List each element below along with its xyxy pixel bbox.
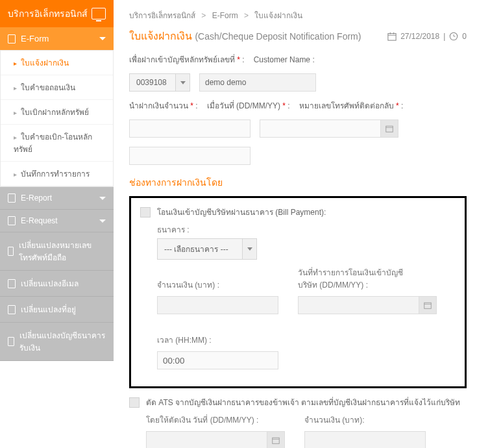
title-sub: (Cash/Cheque Deposit Notification Form) — [195, 31, 361, 42]
phone-input[interactable] — [129, 147, 251, 165]
section-title: ช่องทางการฝากเงินโดย — [129, 175, 467, 190]
menu-ereport[interactable]: E-Report — [0, 187, 114, 210]
phone-icon — [8, 247, 14, 256]
opt2-checkbox[interactable] — [129, 397, 140, 408]
bank-select[interactable]: --- เลือกธนาคาร --- — [157, 238, 257, 260]
menu-item-email-label: เปลี่ยนแปลงอีเมล — [21, 277, 79, 290]
submenu-item-deposit[interactable]: ใบแจ้งฝากเงิน — [1, 51, 113, 75]
report-icon — [8, 193, 16, 203]
menu-item-bank-label: เปลี่ยนแปลงบัญชีธนาคารรับเงิน — [19, 329, 106, 354]
breadcrumb-b[interactable]: E-Form — [212, 11, 238, 20]
monitor-icon — [92, 8, 106, 19]
clock-icon — [449, 32, 458, 41]
opt1-checkbox[interactable] — [140, 207, 151, 218]
opt2-amt-label: จำนวนเงิน (บาท): — [304, 414, 426, 426]
breadcrumb: บริการอิเล็กทรอนิกส์ > E-Form > ใบแจ้งฝา… — [129, 6, 467, 28]
sidebar-header: บริการอิเล็กทรอนิกส์ — [0, 0, 114, 27]
submenu: ใบแจ้งฝากเงิน ใบคำขอถอนเงิน ใบเบิกฝากหลั… — [0, 50, 114, 187]
amount-label: นำฝากเงินจำนวน * : — [129, 99, 198, 112]
menu-item-phone[interactable]: เปลี่ยนแปลงหมายเลขโทรศัพท์มือถือ — [0, 232, 114, 271]
submenu-item-log[interactable]: บันทึกการทำรายการ — [1, 162, 113, 186]
bank-label: ธนาคาร : — [157, 223, 456, 236]
highlighted-option-box: โอนเงินเข้าบัญชีบริษัทผ่านธนาคาร (Bill P… — [129, 196, 467, 388]
hand-icon — [8, 216, 16, 225]
title-main: ใบแจ้งฝากเงิน — [129, 31, 192, 42]
triangle-down-icon — [180, 81, 186, 84]
dropdown-toggle[interactable] — [242, 239, 256, 259]
deposit-date-input[interactable] — [260, 119, 380, 138]
calendar-icon — [272, 436, 280, 444]
opt2-title: ตัด ATS จากบัญชีเงินฝากธนาคารของข้าพเจ้า… — [146, 396, 460, 408]
acct-label: เพื่อฝากเข้าบัญชีหลักทรัพย์เลขที่ * : — [129, 53, 245, 66]
page-title: ใบแจ้งฝากเงิน (Cash/Cheque Deposit Notif… — [129, 28, 361, 44]
bank-value: --- เลือกธนาคาร --- — [158, 239, 242, 259]
deposit-date-picker[interactable] — [380, 119, 398, 138]
submenu-item-withdraw[interactable]: ใบคำขอถอนเงิน — [1, 75, 113, 100]
phone-label: หมายเลขโทรศัพท์ติดต่อกลับ * : — [299, 99, 404, 112]
opt1-txndate-input[interactable] — [298, 296, 419, 314]
opt1-amt-label: จำนวนเงิน (บาท) : — [157, 279, 278, 291]
breadcrumb-c: ใบแจ้งฝากเงิน — [254, 11, 302, 20]
amount-input[interactable] — [129, 119, 251, 138]
breadcrumb-a[interactable]: บริการอิเล็กทรอนิกส์ — [129, 11, 195, 20]
menu-erequest[interactable]: E-Request — [0, 210, 114, 232]
menu-erequest-label: E-Request — [21, 216, 58, 225]
opt1-time-label: เวลา (HH:MM) : — [157, 334, 278, 346]
opt1-time-input[interactable] — [157, 351, 278, 369]
dropdown-toggle[interactable] — [175, 74, 190, 91]
chevron-down-icon — [99, 37, 106, 40]
opt2-amt-input[interactable] — [304, 431, 426, 448]
calendar-icon — [387, 32, 397, 41]
menu-ereport-label: E-Report — [21, 193, 52, 203]
meta-date: 27/12/2018 — [400, 32, 439, 41]
opt1-txndate-picker[interactable] — [419, 296, 437, 314]
meta-time: 0 — [462, 32, 467, 41]
svg-rect-9 — [424, 303, 432, 308]
home-icon — [8, 305, 16, 314]
acct-value: 0039108 — [130, 74, 175, 91]
calendar-icon — [424, 301, 432, 309]
menu-item-phone-label: เปลี่ยนแปลงหมายเลขโทรศัพท์มือถือ — [19, 239, 106, 264]
menu-item-email[interactable]: เปลี่ยนแปลงอีเมล — [0, 271, 114, 297]
svg-rect-7 — [386, 126, 393, 132]
sidebar-title: บริการอิเล็กทรอนิกส์ — [8, 6, 88, 21]
opt1-title: โอนเงินเข้าบัญชีบริษัทผ่านธนาคาร (Bill P… — [157, 206, 326, 218]
menu-item-address-label: เปลี่ยนแปลงที่อยู่ — [21, 303, 76, 316]
menu-item-bank[interactable]: เปลี่ยนแปลงบัญชีธนาคารรับเงิน — [0, 323, 114, 361]
meta: 27/12/2018 | 0 — [387, 32, 467, 41]
menu-eform[interactable]: E-Form — [0, 27, 114, 50]
cust-name-field: demo demo — [199, 73, 316, 92]
bank-icon — [8, 337, 14, 346]
opt1-txndate-label: วันที่ทำรายการโอนเงินเข้าบัญชีบริษัท (DD… — [298, 266, 415, 291]
opt2-date-picker[interactable] — [267, 431, 285, 448]
document-icon — [8, 34, 16, 44]
mail-icon — [8, 279, 16, 288]
opt2-date-label: โดยให้ตัดเงิน วันที่ (DD/MM/YY) : — [146, 414, 285, 426]
date-label: เมื่อวันที่ (DD/MM/YY) * : — [207, 99, 290, 112]
menu-eform-label: E-Form — [21, 34, 49, 44]
triangle-down-icon — [247, 247, 252, 251]
cust-label: Customer Name : — [254, 55, 315, 64]
calendar-icon — [385, 125, 393, 132]
chevron-down-icon — [99, 197, 106, 200]
opt2-date-input[interactable] — [146, 431, 267, 448]
submenu-item-secdeposit[interactable]: ใบเบิกฝากหลักทรัพย์ — [1, 100, 113, 125]
svg-rect-11 — [273, 438, 280, 443]
chevron-down-icon — [99, 219, 106, 223]
opt1-amt-input[interactable] — [157, 296, 278, 314]
svg-rect-0 — [388, 33, 396, 40]
submenu-item-sectransfer[interactable]: ใบคำขอเบิก-โอนหลักทรัพย์ — [1, 125, 113, 162]
acct-select[interactable]: 0039108 — [129, 73, 190, 92]
menu-item-address[interactable]: เปลี่ยนแปลงที่อยู่ — [0, 297, 114, 323]
